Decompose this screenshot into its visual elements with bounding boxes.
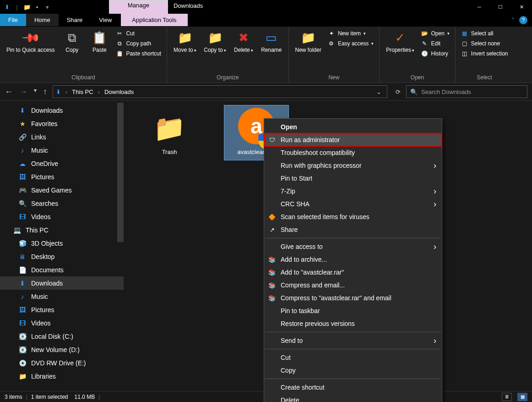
sidebar-item-this-pc[interactable]: 💻This PC	[0, 223, 124, 237]
file-tab[interactable]: File	[0, 14, 26, 26]
context-item-run-as-administrator[interactable]: 🛡Run as administrator	[264, 133, 442, 146]
sidebar-item-pictures[interactable]: 🖼Pictures	[0, 170, 124, 183]
details-view-button[interactable]: ≣	[502, 393, 512, 401]
context-item-add-to-avastclear-rar-[interactable]: 📚Add to "avastclear.rar"	[264, 266, 442, 279]
context-item-add-to-archive-[interactable]: 📚Add to archive...	[264, 253, 442, 266]
context-item-share[interactable]: ↗Share	[264, 223, 442, 236]
sidebar-item-music[interactable]: ♪Music	[0, 143, 124, 157]
copy-path-button[interactable]: ⧉Copy path	[114, 39, 163, 48]
sidebar-item-desktop[interactable]: 🖥Desktop	[0, 250, 124, 263]
context-item-pin-to-taskbar[interactable]: Pin to taskbar	[264, 304, 442, 317]
sidebar-item-downloads[interactable]: ⬇Downloads	[0, 104, 124, 117]
pin-to-quick-access-button[interactable]: 📌 Pin to Quick access	[4, 28, 57, 54]
breadcrumb-this-pc[interactable]: This PC	[72, 88, 93, 95]
sidebar-item-icon: 🧊	[18, 240, 27, 247]
copy-to-button[interactable]: 📁Copy to	[201, 28, 229, 55]
qat-overflow-icon[interactable]: ▾	[42, 2, 52, 12]
context-item-restore-previous-versions[interactable]: Restore previous versions	[264, 317, 442, 330]
address-dropdown-icon[interactable]: ⌄	[374, 88, 384, 95]
sidebar-item-documents[interactable]: 📄Documents	[0, 263, 124, 276]
close-button[interactable]: ✕	[511, 0, 532, 14]
sidebar-item-downloads[interactable]: ⬇Downloads	[0, 276, 124, 290]
copy-button[interactable]: ⧉ Copy	[59, 28, 85, 54]
cut-button[interactable]: ✂Cut	[114, 29, 163, 38]
context-item-pin-to-start[interactable]: Pin to Start	[264, 172, 442, 185]
delete-button[interactable]: ✖Delete	[231, 28, 256, 55]
breadcrumb-downloads[interactable]: Downloads	[104, 88, 134, 95]
context-item-compress-and-email-[interactable]: 📚Compress and email...	[264, 279, 442, 292]
sidebar-item-links[interactable]: 🔗Links	[0, 130, 124, 143]
invert-selection-button[interactable]: ◫Invert selection	[459, 50, 510, 58]
select-group: ▦Select all ▢Select none ◫Invert selecti…	[456, 27, 514, 83]
context-item-delete[interactable]: Delete	[264, 394, 442, 402]
maximize-button[interactable]: ☐	[490, 0, 511, 14]
context-item-run-with-graphics-processor[interactable]: Run with graphics processor	[264, 159, 442, 172]
back-button[interactable]: ←	[5, 87, 13, 97]
context-item-label: 7-Zip	[281, 187, 295, 195]
context-item-label: Cut	[281, 354, 291, 361]
new-item-button[interactable]: ✦New item	[326, 29, 375, 38]
view-tab[interactable]: View	[91, 14, 120, 26]
open-button[interactable]: 📂Open	[419, 29, 451, 38]
sidebar-item-saved-games[interactable]: 🎮Saved Games	[0, 183, 124, 197]
new-group-label: New	[293, 73, 376, 82]
paste-button[interactable]: 📋 Paste	[87, 28, 112, 54]
down-arrow-icon[interactable]: ⬇	[2, 2, 12, 12]
sidebar-item-videos[interactable]: 🎞Videos	[0, 210, 124, 223]
select-none-button[interactable]: ▢Select none	[459, 39, 510, 48]
edit-button[interactable]: ✎Edit	[419, 39, 451, 48]
sidebar-item-videos[interactable]: 🎞Videos	[0, 316, 124, 330]
up-button[interactable]: ↑	[43, 87, 47, 97]
help-icon[interactable]: ?	[519, 16, 527, 24]
collapse-ribbon-icon[interactable]: ⌃	[510, 17, 516, 23]
sidebar-item-libraries[interactable]: 📁Libraries	[0, 369, 124, 383]
context-item-compress-to-avastclear-rar-and-email[interactable]: 📚Compress to "avastclear.rar" and email	[264, 292, 442, 304]
share-tab[interactable]: Share	[59, 14, 91, 26]
context-item-troubleshoot-compatibility[interactable]: Troubleshoot compatibility	[264, 146, 442, 159]
sidebar-item-searches[interactable]: 🔍Searches	[0, 197, 124, 210]
sidebar-item-local-disk-c-[interactable]: 💽Local Disk (C:)	[0, 330, 124, 343]
sidebar-item-dvd-rw-drive-e-[interactable]: 💿DVD RW Drive (E:)	[0, 356, 124, 369]
sidebar-item-label: DVD RW Drive (E:)	[31, 359, 86, 367]
paste-shortcut-button[interactable]: 📋Paste shortcut	[114, 50, 163, 58]
sidebar-item-onedrive[interactable]: ☁OneDrive	[0, 157, 124, 170]
context-item-cut[interactable]: Cut	[264, 351, 442, 364]
new-folder-button[interactable]: 📁New folder	[293, 28, 324, 54]
home-tab[interactable]: Home	[26, 14, 59, 26]
properties-button[interactable]: ✓Properties	[383, 28, 417, 55]
history-button[interactable]: 🕓History	[419, 50, 451, 58]
context-item-send-to[interactable]: Send to	[264, 334, 442, 347]
context-item-give-access-to[interactable]: Give access to	[264, 240, 442, 253]
refresh-button[interactable]: ⟳	[393, 88, 403, 95]
sidebar-scrollbar[interactable]	[117, 103, 124, 242]
rename-button[interactable]: ▭Rename	[258, 28, 284, 54]
select-all-button[interactable]: ▦Select all	[459, 29, 510, 38]
search-box[interactable]: 🔍 Search Downloads	[406, 85, 527, 98]
folder-check-icon[interactable]: 📁	[22, 2, 32, 12]
sidebar-item-new-volume-d-[interactable]: 💽New Volume (D:)	[0, 343, 124, 356]
file-item-trash[interactable]: 📁Trash	[137, 105, 201, 160]
context-item-create-shortcut[interactable]: Create shortcut	[264, 381, 442, 394]
forward-button[interactable]: →	[19, 87, 27, 97]
application-tools-tab[interactable]: Application Tools	[121, 14, 187, 26]
manage-contextual-tab[interactable]: Manage	[109, 0, 168, 14]
easy-access-button[interactable]: ⚙Easy access	[326, 39, 375, 48]
context-item-scan-selected-items-for-viruses[interactable]: 🔶Scan selected items for viruses	[264, 210, 442, 223]
address-bar[interactable]: ⬇ This PC Downloads ⌄	[53, 85, 387, 98]
navigation-pane[interactable]: ⬇Downloads★Favorites🔗Links♪Music☁OneDriv…	[0, 101, 124, 391]
sidebar-item-pictures[interactable]: 🖼Pictures	[0, 303, 124, 316]
folder-plain-icon[interactable]: ▪	[32, 2, 42, 12]
sidebar-item-favorites[interactable]: ★Favorites	[0, 117, 124, 130]
context-item-crc-sha[interactable]: CRC SHA	[264, 198, 442, 210]
large-icons-view-button[interactable]: ▦	[517, 393, 527, 401]
context-item-7-zip[interactable]: 7-Zip	[264, 185, 442, 198]
move-to-button[interactable]: 📁Move to	[171, 28, 199, 55]
minimize-button[interactable]: ─	[469, 0, 490, 14]
recent-locations-button[interactable]: ▾	[34, 87, 37, 97]
context-item-copy[interactable]: Copy	[264, 364, 442, 377]
context-item-open[interactable]: Open	[264, 121, 442, 133]
context-item-label: Pin to Start	[281, 175, 312, 182]
sidebar-item-music[interactable]: ♪Music	[0, 290, 124, 303]
sidebar-item-3d-objects[interactable]: 🧊3D Objects	[0, 237, 124, 250]
sidebar-item-label: Videos	[31, 213, 51, 220]
